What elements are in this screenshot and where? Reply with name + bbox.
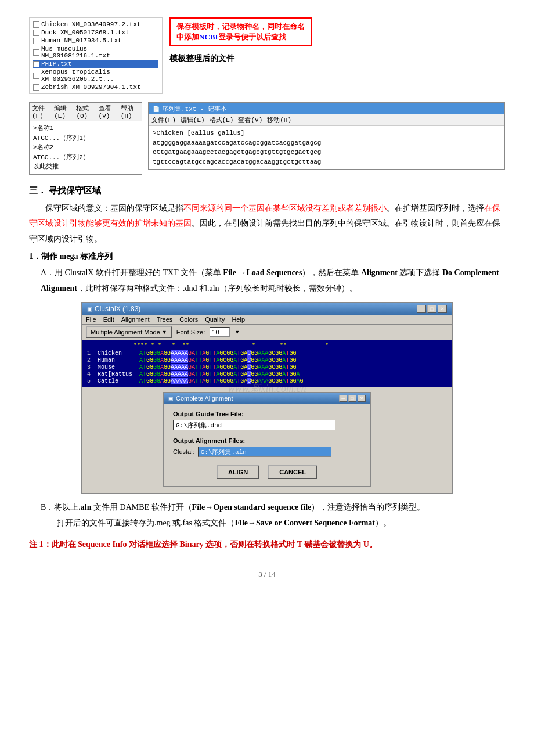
text-editor-content: >名称1 ATGC...（序列1） >名称2 ATGC...（序列2） 以此类推: [30, 121, 142, 174]
file-item-mus[interactable]: Mus musculus NM_001081216.1.txt: [33, 45, 158, 60]
dialog-body: Output Guide Tree File: Output Alignment…: [164, 404, 370, 486]
win-close[interactable]: ✕: [438, 305, 447, 313]
cancel-button[interactable]: CANCEL: [268, 465, 317, 479]
dialog-buttons: ALIGN CANCEL: [173, 465, 361, 479]
checkbox-zebrish[interactable]: [33, 84, 39, 91]
seq-num-5: 5: [87, 378, 95, 384]
section3-heading: 三． 寻找保守区域: [29, 185, 505, 196]
checkbox-mus[interactable]: [33, 49, 39, 56]
seq-row-3: 3 Mouse ATGGGGAGGAAAAAGATTAGTTAGCGGATGAC…: [87, 364, 447, 370]
sequence-area: **** * * * ** * ** * 1 Chicken ATGGGGAGG…: [82, 340, 452, 387]
notepad-icon: 📄: [153, 106, 160, 113]
seq-row-2: 2 Human ATGGGGAGGAAAAAGATTAGTTAGCGGATGAC…: [87, 357, 447, 363]
annotation-box-2: 模板整理后的文件: [169, 53, 505, 64]
np-menu-help[interactable]: 移动(H): [267, 116, 291, 124]
checkbox-duck[interactable]: [33, 30, 39, 36]
field2-sublabel: Clustal:: [173, 448, 194, 455]
cx-menu-file[interactable]: File: [86, 316, 96, 323]
seq-row-5: 5 Cattle ATGGGGAGGAAAAAGATTAGTTAGCGGATGA…: [87, 378, 447, 384]
np-menu-file[interactable]: 文件(F): [151, 116, 176, 124]
notepad-menubar: 文件(F) 编辑(E) 格式(E) 查看(V) 移动(H): [149, 114, 504, 126]
cx-menu-edit[interactable]: Edit: [103, 316, 114, 323]
dual-panel: 文件(F) 编辑(E) 格式(O) 查看(V) 帮助(H) >名称1 ATGC.…: [29, 102, 505, 175]
menu-view[interactable]: 查看(V): [99, 104, 117, 120]
notepad-title: 序列集.txt - 记事本: [162, 105, 227, 113]
field2-label: Output Alignment Files:: [173, 437, 361, 444]
annotation-text-2: 模板整理后的文件: [169, 54, 234, 63]
notepad-window: 📄 序列集.txt - 记事本 文件(F) 编辑(E) 格式(E) 查看(V) …: [148, 102, 505, 170]
cx-menu-alignment[interactable]: Alignment: [121, 316, 150, 323]
win-minimize[interactable]: ─: [417, 305, 426, 313]
checkbox-xenopus[interactable]: [33, 73, 39, 79]
np-menu-view[interactable]: 查看(V): [238, 116, 262, 124]
seq-bases-2: ATGGGGAGGAAAAAGATTAGTTAGCGGATGACGGAAAGCG…: [139, 357, 300, 363]
file-list-panel: Chicken XM_003640997.2.txt Duck XM_00501…: [29, 17, 163, 94]
dropdown-arrow: ▼: [162, 329, 167, 335]
seq-name-1: Chicken: [98, 350, 137, 357]
clustalx-menubar: File Edit Alignment Trees Colors Quality…: [82, 315, 452, 325]
note1-text: 注 1：此时在 Sequence Info 对话框应选择 Binary 选项，否…: [29, 537, 505, 553]
seq-name-5: Cattle: [98, 378, 137, 384]
field1-label: Output Guide Tree File:: [173, 411, 361, 417]
clustalx-outer: ▣ ClustalX (1.83) ─ □ ✕ File Edit Alignm…: [81, 302, 453, 494]
dialog-titlebar: ▣ Complete Alignment ─ □ ✕: [164, 393, 370, 404]
win-maximize[interactable]: □: [427, 305, 436, 313]
note1-block: 注 1：此时在 Sequence Info 对话框应选择 Binary 选项，否…: [29, 537, 505, 553]
menu-edit[interactable]: 编辑(E): [54, 104, 73, 120]
np-menu-edit[interactable]: 编辑(E): [181, 116, 205, 124]
file-item-zebrish[interactable]: Zebrish XM_009297004.1.txt: [33, 83, 158, 91]
menu-help[interactable]: 帮助(H): [121, 104, 139, 120]
mode-button[interactable]: Multiple Alignment Mode ▼: [86, 326, 172, 338]
dialog-minimize[interactable]: ─: [339, 395, 347, 402]
field1-input[interactable]: [173, 420, 335, 430]
menu-format[interactable]: 格式(O): [76, 104, 95, 120]
clustalx-titlebar: ▣ ClustalX (1.83) ─ □ ✕: [82, 303, 452, 315]
dialog-maximize[interactable]: □: [348, 395, 356, 402]
notepad-titlebar: 📄 序列集.txt - 记事本: [149, 103, 504, 114]
font-dropdown-arrow: ▼: [234, 329, 240, 335]
complete-alignment-dialog: ▣ Complete Alignment ─ □ ✕ Output Guide …: [163, 392, 371, 487]
cx-menu-help[interactable]: Help: [232, 316, 245, 323]
step-b-text2: 打开后的文件可直接转存为.meg 或.fas 格式文件（File→Save or…: [41, 516, 505, 531]
font-size-input[interactable]: 10: [210, 327, 230, 337]
seq-bases-1: ATGGGGAGGAAAAAGATTAGTTAGCGGATGACGGAAAGCG…: [139, 350, 300, 357]
dialog-title: Complete Alignment: [176, 395, 233, 402]
clustalx-window: ▣ ClustalX (1.83) ─ □ ✕ File Edit Alignm…: [81, 302, 453, 494]
seq-num-4: 4: [87, 371, 95, 377]
file-item-duck[interactable]: Duck XM_005017868.1.txt: [33, 28, 158, 37]
seq-num-1: 1: [87, 350, 95, 357]
seq-name-3: Mouse: [98, 364, 137, 370]
checkbox-human[interactable]: [33, 38, 39, 44]
clustalx-icon: ▣: [87, 306, 92, 312]
consensus-row: **** * * * ** * ** *: [134, 343, 447, 349]
cx-menu-quality[interactable]: Quality: [205, 316, 225, 323]
align-button[interactable]: ALIGN: [217, 465, 259, 479]
np-menu-format[interactable]: 格式(E): [210, 116, 234, 124]
file-item-human[interactable]: Human NM_017934.5.txt: [33, 37, 158, 45]
font-label: Font Size:: [176, 329, 205, 336]
step-b-text1: B．将以上.aln 文件用 DAMBE 软件打开（File→Open stand…: [41, 500, 505, 516]
dialog-icon: ▣: [168, 395, 174, 401]
file-item-phip[interactable]: PHIP.txt: [33, 60, 158, 68]
file-item-xenopus[interactable]: Xenopus tropicalis XM_002936206.2.t...: [33, 68, 158, 83]
text-editor-menubar: 文件(F) 编辑(E) 格式(O) 查看(V) 帮助(H): [30, 103, 142, 121]
dialog-close[interactable]: ✕: [358, 395, 366, 402]
section3-para1: 保守区域的意义：基因的保守区域是指不同来源的同一个基因在某些区域没有差别或者差别…: [29, 201, 505, 247]
step-a-block: A．用 ClustalX 软件打开整理好的 TXT 文件（菜单 File →Lo…: [41, 265, 505, 296]
field2-input[interactable]: [198, 447, 331, 457]
checkbox-phip[interactable]: [33, 61, 39, 67]
menu-file[interactable]: 文件(F): [32, 104, 50, 120]
step-b-block: B．将以上.aln 文件用 DAMBE 软件打开（File→Open stand…: [41, 500, 505, 531]
win-controls: ─ □ ✕: [417, 305, 447, 313]
clustalx-title: ClustalX (1.83): [95, 305, 140, 313]
annotation-box-1: 保存模板时，记录物种名，同时在命名 中添加NCBI中添加NCBI登录号便于以后查…: [169, 17, 312, 46]
cx-menu-trees[interactable]: Trees: [157, 316, 173, 323]
page-number: 3 / 14: [29, 570, 505, 579]
cx-menu-colors[interactable]: Colors: [179, 316, 198, 323]
seq-row-4: 4 Rat[Rattus ATGGGGAGGAAAAAGATTAGTTAGCGG…: [87, 371, 447, 377]
file-item-chicken[interactable]: Chicken XM_003640997.2.txt: [33, 20, 158, 28]
seq-num-2: 2: [87, 357, 95, 363]
annotations-area: 保存模板时，记录物种名，同时在命名 中添加NCBI中添加NCBI登录号便于以后查…: [169, 17, 505, 64]
notepad-content: >Chicken [Gallus gallus] atggggaggaaaaag…: [149, 126, 504, 169]
checkbox-chicken[interactable]: [33, 21, 39, 28]
